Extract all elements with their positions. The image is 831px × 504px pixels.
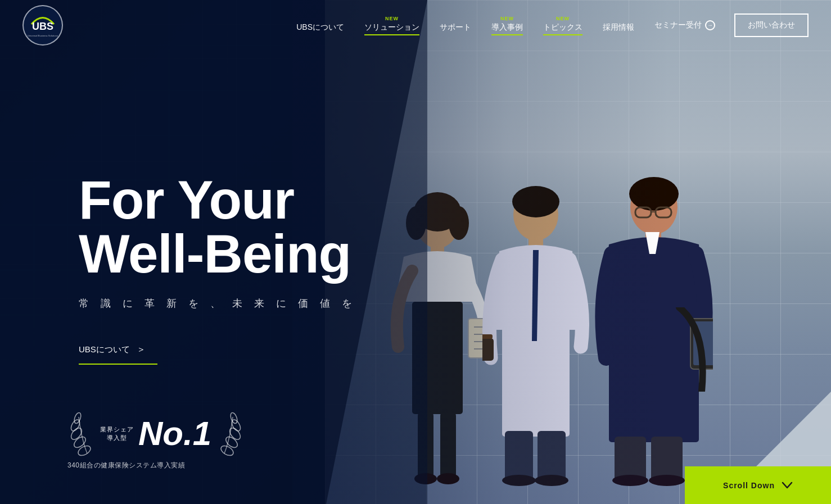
nav-label-topics: トピックス	[543, 22, 582, 33]
hero-link-arrow: ＞	[137, 344, 146, 356]
svg-text:UBS: UBS	[32, 21, 53, 32]
laurel-right-icon	[216, 411, 244, 456]
laurel-left-icon	[67, 411, 96, 456]
nav-item-solution[interactable]: NEW ソリューション	[354, 16, 430, 35]
nav-underline-topics	[543, 34, 582, 35]
hero-badge: 業界シェア 導入型 No.1 340組合の健康保険システム導入実績	[67, 411, 244, 470]
svg-point-48	[73, 412, 82, 424]
badge-rank: No.1	[138, 417, 211, 451]
hero-badge-inner: 業界シェア 導入型 No.1	[67, 411, 244, 456]
logo-svg: UBS Universal Business Solutions	[26, 8, 60, 42]
hero-title: For Your Well-Being	[79, 173, 831, 281]
badge-type-label: 導入型	[107, 434, 127, 442]
hero-section: UBS Universal Business Solutions NEW UBS…	[0, 0, 831, 504]
nav-badge-topics: NEW	[556, 16, 570, 21]
hero-link-underline	[79, 364, 157, 365]
badge-industry-label: 業界シェア	[100, 425, 134, 434]
header: UBS Universal Business Solutions NEW UBS…	[0, 0, 831, 51]
nav-item-recruitment[interactable]: NEW 採用情報	[593, 16, 644, 35]
svg-text:Universal Business Solutions: Universal Business Solutions	[28, 34, 58, 37]
nav-underline-solution	[364, 34, 419, 35]
nav-item-support[interactable]: NEW サポート	[430, 16, 481, 35]
chevron-down-icon	[782, 482, 793, 489]
seminar-icon: →	[705, 20, 715, 30]
nav-seminar-label: セミナー受付	[654, 20, 702, 30]
svg-point-53	[229, 412, 238, 424]
nav-item-topics[interactable]: NEW トピックス	[533, 16, 593, 35]
hero-title-line2: Well-Being	[79, 224, 351, 284]
nav-contact-button[interactable]: お問い合わせ	[734, 13, 809, 37]
nav-item-cases[interactable]: NEW 導入事例	[481, 16, 533, 35]
hero-subtitle: 常 識 に 革 新 を 、 未 来 に 価 値 を	[79, 297, 831, 310]
hero-link[interactable]: UBSについて ＞	[79, 344, 146, 356]
nav-underline-cases	[491, 34, 523, 35]
scroll-down-button[interactable]: Scroll Down	[685, 466, 831, 504]
nav-item-about[interactable]: NEW UBSについて	[286, 16, 354, 35]
badge-description: 340組合の健康保険システム導入実績	[67, 461, 185, 470]
nav-badge-cases: NEW	[500, 16, 514, 21]
logo[interactable]: UBS Universal Business Solutions	[22, 5, 63, 46]
nav-label-about: UBSについて	[296, 22, 344, 33]
badge-text-group: 業界シェア 導入型	[100, 425, 134, 443]
nav-label-cases: 導入事例	[491, 22, 523, 33]
hero-link-label: UBSについて	[79, 344, 130, 355]
nav-badge-solution: NEW	[385, 16, 399, 21]
logo-area[interactable]: UBS Universal Business Solutions	[22, 5, 63, 46]
scroll-down-label: Scroll Down	[723, 481, 775, 490]
nav-seminar[interactable]: セミナー受付 →	[644, 20, 725, 30]
nav-label-solution: ソリューション	[364, 22, 419, 33]
main-nav: NEW UBSについて NEW ソリューション NEW サポート NEW 導入事…	[286, 13, 809, 37]
nav-label-support: サポート	[440, 22, 471, 33]
nav-label-recruitment: 採用情報	[603, 22, 634, 33]
hero-title-line1: For Your	[79, 170, 294, 230]
